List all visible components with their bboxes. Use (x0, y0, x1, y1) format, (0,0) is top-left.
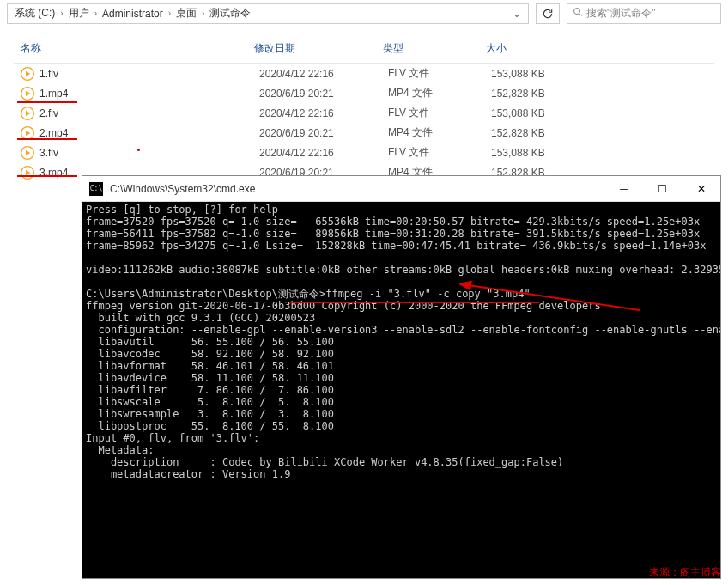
cmd-output[interactable]: Press [q] to stop, [?] for help frame=37… (82, 202, 720, 578)
file-name: 2.flv (39, 107, 259, 119)
search-input[interactable]: 搜索"测试命令" (567, 3, 721, 24)
file-name: 1.mp4 (39, 88, 259, 100)
annotation-underline (17, 101, 77, 103)
file-date: 2020/4/12 22:16 (259, 68, 388, 80)
file-date: 2020/6/19 20:21 (259, 127, 388, 139)
media-icon (21, 146, 34, 160)
minimize-button[interactable]: ─ (604, 176, 643, 201)
search-placeholder: 搜索"测试命令" (586, 6, 656, 21)
file-type: MP4 文件 (388, 125, 491, 140)
search-icon (573, 7, 583, 20)
breadcrumb[interactable]: 系统 (C:) › 用户 › Administrator › 桌面 › 测试命令… (7, 3, 529, 24)
breadcrumb-part[interactable]: 桌面 (176, 6, 197, 21)
cmd-window: C:\ C:\Windows\System32\cmd.exe ─ ☐ ✕ Pr… (82, 175, 721, 579)
refresh-icon (542, 8, 554, 20)
media-icon (21, 166, 34, 180)
file-size: 152,828 KB (491, 88, 577, 100)
file-type: FLV 文件 (388, 145, 491, 160)
file-list-header: 名称 修改日期 类型 大小 (14, 34, 714, 64)
column-header-name[interactable]: 名称 (14, 41, 254, 56)
column-header-date[interactable]: 修改日期 (254, 41, 383, 56)
file-type: FLV 文件 (388, 106, 491, 120)
file-name: 3.flv (39, 147, 259, 159)
cmd-title: C:\Windows\System32\cmd.exe (110, 183, 604, 195)
chevron-right-icon: › (202, 9, 204, 18)
breadcrumb-part[interactable]: 用户 (69, 6, 89, 21)
cmd-icon: C:\ (89, 182, 103, 196)
refresh-button[interactable] (536, 3, 560, 24)
media-icon (21, 107, 34, 120)
media-icon (21, 87, 34, 101)
file-size: 152,828 KB (491, 127, 577, 139)
maximize-button[interactable]: ☐ (643, 176, 682, 201)
file-name: 2.mp4 (39, 127, 259, 139)
file-row[interactable]: 3.flv2020/4/12 22:16FLV 文件153,088 KB (14, 143, 714, 162)
svg-line-1 (579, 14, 582, 16)
chevron-right-icon: › (168, 9, 171, 18)
file-row[interactable]: 1.mp42020/6/19 20:21MP4 文件152,828 KB (14, 83, 714, 103)
chevron-right-icon: › (60, 9, 63, 18)
chevron-right-icon: › (94, 9, 97, 18)
file-date: 2020/4/12 22:16 (259, 107, 388, 119)
annotation-dot (137, 149, 140, 151)
media-icon (21, 67, 34, 81)
file-type: FLV 文件 (388, 66, 491, 81)
file-size: 153,088 KB (491, 147, 577, 159)
file-row[interactable]: 1.flv2020/4/12 22:16FLV 文件153,088 KB (14, 64, 714, 83)
file-size: 153,088 KB (491, 68, 577, 80)
chevron-down-icon[interactable]: ⌄ (513, 8, 521, 20)
file-row[interactable]: 2.mp42020/6/19 20:21MP4 文件152,828 KB (14, 123, 714, 143)
annotation-underline (17, 138, 77, 140)
file-date: 2020/4/12 22:16 (259, 147, 388, 159)
watermark: 来源：阁主博客 (649, 565, 721, 580)
annotation-underline (17, 175, 77, 177)
column-header-type[interactable]: 类型 (383, 41, 486, 56)
file-list: 名称 修改日期 类型 大小 1.flv2020/4/12 22:16FLV 文件… (0, 27, 728, 189)
file-name: 1.flv (39, 68, 259, 80)
close-button[interactable]: ✕ (682, 176, 720, 201)
column-header-size[interactable]: 大小 (486, 41, 572, 56)
annotation-underline (290, 302, 539, 303)
breadcrumb-part[interactable]: 系统 (C:) (15, 6, 55, 21)
breadcrumb-part[interactable]: Administrator (102, 8, 163, 20)
file-row[interactable]: 2.flv2020/4/12 22:16FLV 文件153,088 KB (14, 103, 714, 123)
svg-point-0 (574, 9, 580, 15)
file-type: MP4 文件 (388, 86, 491, 101)
breadcrumb-part[interactable]: 测试命令 (209, 6, 251, 21)
file-size: 153,088 KB (491, 107, 577, 119)
cmd-titlebar[interactable]: C:\ C:\Windows\System32\cmd.exe ─ ☐ ✕ (82, 176, 720, 202)
file-date: 2020/6/19 20:21 (259, 88, 388, 100)
